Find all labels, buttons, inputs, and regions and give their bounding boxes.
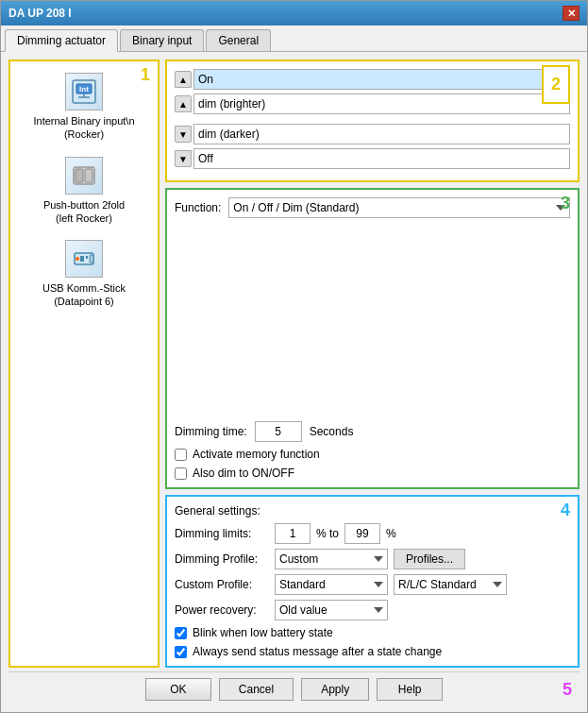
device-label-internal: Internal Binary input\n(Rocker) [33,114,134,142]
field-dim-darker[interactable] [193,124,570,144]
rlc-select[interactable]: R/L/C Standard R Standard C Standard [394,574,507,595]
memory-checkbox[interactable] [175,449,187,461]
row-dim-darker: ▼ [175,124,570,144]
row-on: ▲ [175,69,570,90]
memory-label: Activate memory function [193,448,320,461]
cancel-button[interactable]: Cancel [219,678,294,701]
svg-point-12 [76,257,79,261]
custom-profile-select[interactable]: Standard Linear Custom [275,574,388,595]
section3-inner: Function: On / Off / Dim (Standard) On /… [175,197,570,480]
also-dim-label: Also dim to ON/OFF [193,467,294,480]
section1-number: 1 [141,65,150,85]
up-btn-on[interactable]: ▲ [175,71,192,88]
general-settings-title: General settings: [175,504,570,518]
svg-rect-7 [85,169,92,182]
down-btn-dim-darker[interactable]: ▼ [175,126,192,143]
section3-function: 3 Function: On / Off / Dim (Standard) On… [165,188,580,489]
push-button-icon [65,157,103,195]
function-label: Function: [175,201,221,214]
usb-stick-icon [65,240,103,278]
dimming-time-label: Dimming time: [175,425,247,438]
section2-buttons: 2 ▲ ▲ [165,59,580,182]
power-recovery-label: Power recovery: [175,603,269,617]
seconds-label: Seconds [310,425,354,438]
dimming-limits-row: Dimming limits: % to % [175,523,570,544]
profiles-button[interactable]: Profiles... [394,549,465,569]
section3-number: 3 [561,194,570,213]
power-recovery-select[interactable]: Old value On Off [275,600,388,620]
always-send-row: Always send status message after a state… [175,645,570,658]
dimming-profile-row: Dimming Profile: Custom Standard Linear … [175,549,570,569]
section4-number: 4 [561,501,570,520]
title-bar: DA UP 208 I ✕ [1,1,587,25]
device-item-internal-binary[interactable]: Int Internal Binary input\n(Rocker) [18,69,150,145]
device-item-usb-stick[interactable]: USB Komm.-Stick(Datapoint 6) [18,236,150,313]
blink-label: Blink when low battery state [193,626,333,639]
field-dim-brighter[interactable] [193,93,570,114]
field-off[interactable] [193,148,570,169]
svg-rect-10 [86,256,88,259]
section4-general: 4 General settings: Dimming limits: % to… [165,495,580,668]
window-title: DA UP 208 I [8,7,72,20]
down-btn-off[interactable]: ▼ [175,150,192,167]
always-send-label: Always send status message after a state… [193,645,442,658]
row-off: ▼ [175,148,570,169]
dimming-profile-label: Dimming Profile: [175,552,269,566]
power-recovery-row: Power recovery: Old value On Off [175,600,570,620]
also-dim-row: Also dim to ON/OFF [175,467,570,480]
right-area: 2 ▲ ▲ [165,59,580,668]
tabs-bar: Dimming actuator Binary input General [1,25,587,52]
dimming-time-input[interactable] [255,421,302,442]
dimming-min-input[interactable] [275,523,311,544]
section1-devices: 1 Int Internal Binary input\n(Rocker) [8,59,160,668]
section2-number: 2 [542,65,570,104]
device-label-push: Push-button 2fold(left Rocker) [43,198,125,226]
device-label-usb: USB Komm.-Stick(Datapoint 6) [42,281,126,309]
tab-general[interactable]: General [206,29,271,51]
percent-to-text: % to [316,527,339,540]
help-button[interactable]: Help [377,678,443,701]
blink-row: Blink when low battery state [175,626,570,639]
blink-checkbox[interactable] [175,627,187,639]
dimming-limits-label: Dimming limits: [175,527,269,540]
device-item-push-button[interactable]: Push-button 2fold(left Rocker) [18,153,150,229]
svg-text:Int: Int [79,85,89,93]
percent-text: % [386,527,396,540]
svg-rect-9 [80,256,84,262]
section5-number: 5 [563,680,572,700]
tab-dimming-actuator[interactable]: Dimming actuator [5,29,118,52]
dimming-time-row: Dimming time: Seconds [175,414,570,442]
function-row: Function: On / Off / Dim (Standard) On /… [175,197,570,218]
dimming-max-input[interactable] [344,523,380,544]
main-window: DA UP 208 I ✕ Dimming actuator Binary in… [0,0,588,713]
up-btn-dim-brighter[interactable]: ▲ [175,95,192,112]
function-select[interactable]: On / Off / Dim (Standard) On / Off Dim o… [228,197,570,218]
custom-profile-label: Custom Profile: [175,578,269,591]
internal-binary-icon: Int [65,73,103,110]
field-on[interactable] [193,69,570,90]
main-area: 1 Int Internal Binary input\n(Rocker) [8,59,580,668]
tab-binary-input[interactable]: Binary input [120,29,204,51]
section5-buttons: 5 OK Cancel Apply Help [8,671,580,705]
main-content: 1 Int Internal Binary input\n(Rocker) [1,52,587,712]
svg-rect-6 [76,169,83,182]
also-dim-checkbox[interactable] [175,467,187,480]
ok-button[interactable]: OK [145,678,211,701]
row-dim-brighter: ▲ [175,93,570,114]
dimming-profile-select[interactable]: Custom Standard Linear [275,549,388,569]
close-button[interactable]: ✕ [563,6,580,21]
always-send-checkbox[interactable] [175,646,187,658]
custom-profile-row: Custom Profile: Standard Linear Custom R… [175,574,570,595]
svg-rect-11 [90,255,93,263]
apply-button[interactable]: Apply [301,678,369,701]
memory-function-row: Activate memory function [175,448,570,461]
